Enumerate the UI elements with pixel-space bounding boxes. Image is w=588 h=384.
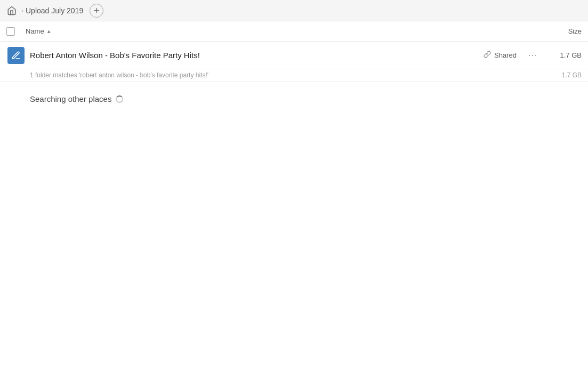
name-column-header[interactable]: Name ▲ (26, 27, 539, 35)
file-name: Robert Anton Wilson - Bob's Favorite Par… (26, 51, 484, 60)
select-all-checkbox[interactable] (6, 27, 15, 36)
searching-row: Searching other places (0, 82, 588, 110)
file-size: 1.7 GB (544, 51, 582, 59)
add-button[interactable]: + (90, 4, 103, 18)
more-options-button[interactable]: ··· (525, 48, 540, 63)
top-bar: › Upload July 2019 + (0, 0, 588, 21)
breadcrumb-item[interactable]: Upload July 2019 (26, 6, 83, 15)
link-icon (484, 51, 491, 60)
size-column-header[interactable]: Size (539, 27, 582, 35)
sort-arrow-icon: ▲ (46, 28, 52, 34)
shared-label: Shared (494, 51, 517, 59)
file-icon-cell (6, 47, 26, 64)
breadcrumb-separator: › (21, 7, 23, 14)
column-header-row: Name ▲ Size (0, 21, 588, 42)
match-hint-row: 1 folder matches 'robert anton wilson - … (0, 69, 588, 82)
table-row[interactable]: Robert Anton Wilson - Bob's Favorite Par… (0, 42, 588, 69)
match-hint-size: 1.7 GB (562, 71, 582, 79)
select-all-checkbox-col[interactable] (6, 27, 26, 36)
shared-area: Shared (484, 51, 517, 60)
match-hint-text: 1 folder matches 'robert anton wilson - … (30, 71, 208, 79)
loading-spinner (116, 95, 123, 103)
home-icon[interactable] (6, 5, 17, 16)
searching-label: Searching other places (30, 94, 111, 103)
name-column-label: Name (26, 27, 44, 35)
folder-pencil-icon (7, 47, 25, 64)
